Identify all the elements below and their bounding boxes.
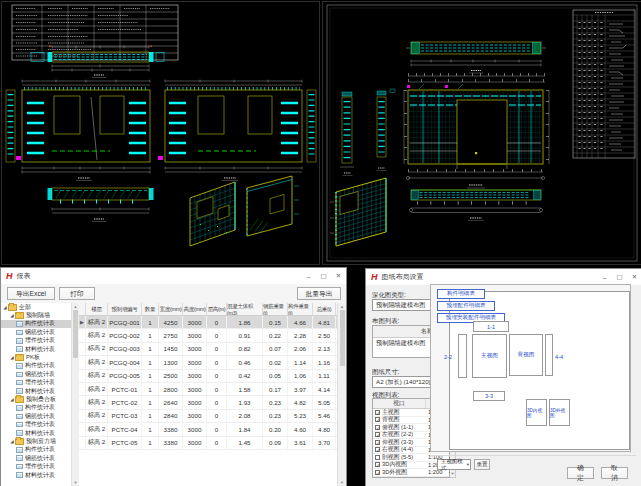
table-cell: 标高 2: [86, 343, 108, 355]
column-header[interactable]: 层高(m): [207, 303, 227, 315]
elevation-front: [22, 80, 150, 181]
table-cell: 0: [207, 396, 227, 408]
table-cell: 0.82: [227, 343, 263, 355]
print-button[interactable]: 打印: [59, 287, 95, 300]
preview-section-right-bar[interactable]: [545, 334, 553, 376]
column-header[interactable]: 混凝土体积(m3): [227, 303, 263, 315]
preview-section-1-1[interactable]: 1-1: [473, 321, 509, 332]
elevation-dimensions-top: [407, 75, 545, 90]
row-selector-cell: [79, 410, 86, 422]
row-selector-cell: [79, 329, 86, 341]
batch-export-button[interactable]: 批量导出: [297, 287, 341, 300]
minimize-icon[interactable]: –: [301, 268, 316, 284]
row-selector-header: [79, 303, 86, 315]
table-cell: 5.46: [313, 410, 336, 422]
table-cell: 3000: [183, 437, 207, 449]
table-cell: 1.45: [227, 437, 263, 449]
preview-section-left-bar[interactable]: [458, 334, 467, 378]
scroll-up-icon[interactable]: ▲: [340, 303, 344, 310]
preview-section-3-3[interactable]: 3-3: [473, 391, 505, 401]
component-schedule-button[interactable]: 构件明细表: [437, 289, 485, 299]
export-excel-button[interactable]: 导出Excel: [7, 287, 55, 300]
table-cell: 2.06: [288, 343, 313, 355]
table-row[interactable]: 标高 2PCTC-0112800300001.580.173.974.14: [79, 383, 337, 396]
table-row[interactable]: 标高 2PCTC-0513380300001.450.093.613.70: [79, 437, 337, 450]
table-row[interactable]: 标高 2PCGQ-00512500300000.420.051.061.11: [79, 370, 337, 383]
viewport-column-header: 视口: [373, 399, 426, 408]
column-header[interactable]: 总重(t): [313, 303, 336, 315]
preview-main-view[interactable]: 主视图: [472, 334, 507, 378]
table-cell: PCTC-04: [108, 423, 142, 435]
table-cell: 2750: [159, 329, 183, 341]
tree-scrollbar[interactable]: ▲ ▼: [72, 303, 79, 486]
embed-parts-schedule-button[interactable]: 预埋配件明细表: [437, 301, 495, 311]
minimize-icon[interactable]: –: [597, 269, 612, 285]
preview-3d-inner-view[interactable]: 3D内视图: [526, 399, 547, 426]
report-sheet-icon: [16, 447, 23, 453]
table-cell: PCGQ-005: [108, 370, 142, 382]
maximize-icon[interactable]: ▢: [612, 269, 627, 285]
column-header[interactable]: 数量: [142, 303, 159, 315]
table-cell: 3.61: [288, 437, 313, 449]
table-row[interactable]: ▶标高 2PCGQ-00114250300001.860.154.664.81: [79, 316, 337, 329]
report-sheet-icon: [16, 330, 23, 336]
column-header[interactable]: 预制墙编号: [108, 303, 142, 315]
tree-item-材料统计表[interactable]: 材料统计表: [1, 471, 71, 479]
column-header[interactable]: 宽度(mm): [159, 303, 183, 315]
table-cell: PCTC-05: [108, 437, 142, 449]
layout-titlebar[interactable]: H 图纸布局设置 – ▢ ✕: [366, 269, 641, 285]
close-icon[interactable]: ✕: [627, 269, 641, 285]
table-cell: 标高 2: [86, 316, 108, 328]
tree-item-label: 材料统计表: [25, 471, 55, 480]
axon-view-inner: [190, 182, 235, 246]
row-selector-cell: [79, 423, 86, 435]
table-cell: PCTC-03: [108, 410, 142, 422]
table-cell: 3.70: [313, 437, 336, 449]
table-row[interactable]: 标高 2PCGQ-00411300300000.460.021.141.16: [79, 356, 337, 369]
reset-button[interactable]: 重置: [474, 459, 490, 470]
table-row[interactable]: 标高 2PCGQ-00311450300000.820.072.062.13: [79, 343, 337, 356]
table-cell: 3.97: [288, 383, 313, 395]
scroll-up-icon[interactable]: ▲: [74, 303, 78, 310]
deepen-type-value: 预制隔墙建模布图: [376, 301, 426, 310]
view-list-row-3D外视图[interactable]: ✓3D外视图1:200▾: [373, 469, 449, 477]
column-header[interactable]: 高度(mm): [183, 303, 207, 315]
close-icon[interactable]: ✕: [331, 268, 346, 284]
table-cell: 1: [142, 410, 159, 422]
scroll-down-icon[interactable]: ▼: [340, 479, 344, 486]
table-row[interactable]: 标高 2PCGQ-00212750300000.910.222.282.50: [79, 329, 337, 342]
main-view-mode-select[interactable]: 主视图模式 ▾: [437, 459, 471, 470]
table-cell: 标高 2: [86, 410, 108, 422]
table-cell: 1.14: [288, 356, 313, 368]
folder-icon: [15, 396, 24, 403]
table-cell: 2.28: [288, 329, 313, 341]
ok-button[interactable]: 确定: [567, 467, 594, 479]
cad-viewport-right[interactable]: [322, 1, 641, 265]
column-header[interactable]: 构件重量(t): [288, 303, 313, 315]
footer-divider: [430, 455, 636, 456]
table-cell: 标高 2: [86, 423, 108, 435]
table-row[interactable]: 标高 2PCTC-0312840300002.080.235.235.46: [79, 410, 337, 423]
table-row[interactable]: 标高 2PCTC-0212640300001.930.234.825.05: [79, 396, 337, 409]
cancel-button[interactable]: 取消: [601, 467, 628, 479]
table-cell: 标高 2: [86, 370, 108, 382]
column-header[interactable]: 楼层: [86, 303, 108, 315]
column-header[interactable]: 钢筋重量(t): [263, 303, 288, 315]
table-cell: 2.08: [227, 410, 263, 422]
table-cell: 3000: [183, 370, 207, 382]
table-row[interactable]: 标高 2PCTC-0413380300001.840.204.604.80: [79, 423, 337, 436]
table-scrollbar[interactable]: ▲ ▼: [337, 303, 346, 486]
elevation-back: [165, 80, 302, 181]
cad-drawing-left: [2, 2, 319, 264]
scroll-down-icon[interactable]: ▼: [74, 479, 78, 486]
report-tree: ◢全部◢预制隔墙构件统计表钢筋统计表埋件统计表材料统计表◢PK板构件统计表钢筋统…: [1, 303, 72, 486]
preview-3d-outer-view[interactable]: 3D外视图: [549, 399, 570, 426]
report-titlebar[interactable]: H 报表 – ▢ ✕: [1, 268, 346, 284]
scrollbar-thumb[interactable]: [73, 310, 78, 358]
cad-viewport-left[interactable]: [1, 1, 320, 265]
scrollbar-thumb[interactable]: [340, 310, 345, 366]
maximize-icon[interactable]: ▢: [316, 268, 331, 284]
preview-back-view[interactable]: 背视图: [509, 334, 543, 376]
table-cell: 0.07: [263, 343, 288, 355]
table-cell: 0.02: [263, 356, 288, 368]
